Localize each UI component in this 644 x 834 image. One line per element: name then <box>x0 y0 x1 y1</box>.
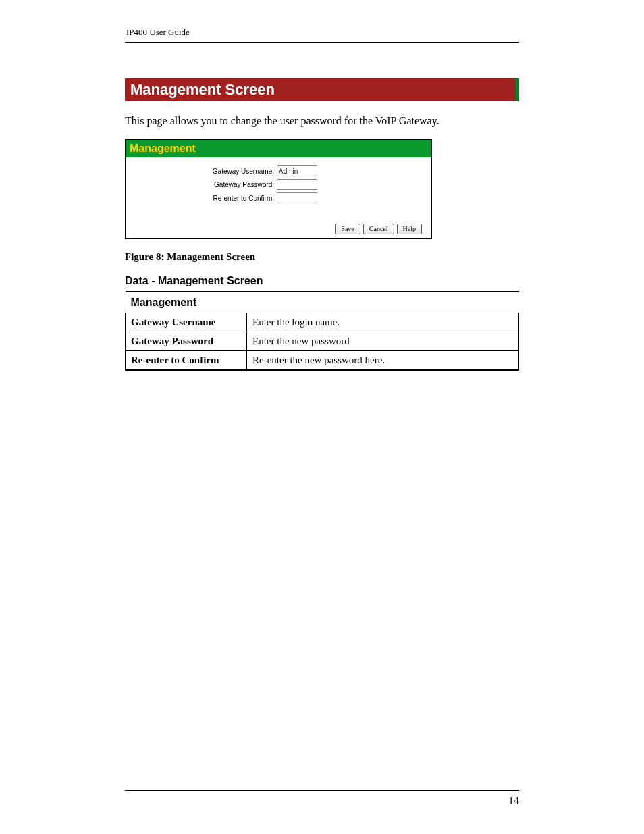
screenshot-title: Management <box>126 140 431 157</box>
confirm-label: Re-enter to Confirm: <box>212 194 277 202</box>
username-input[interactable] <box>277 165 317 176</box>
section-title: Management Screen <box>125 78 519 101</box>
page-footer: 14 <box>125 790 519 807</box>
figure-caption: Figure 8: Management Screen <box>125 251 519 263</box>
save-button[interactable]: Save <box>335 224 360 234</box>
section-intro: This page allows you to change the user … <box>125 115 519 127</box>
table-key: Gateway Username <box>126 313 247 332</box>
management-screenshot: Management Gateway Username: Gateway Pas… <box>125 139 432 239</box>
table-row: Re-enter to Confirm Re-enter the new pas… <box>126 351 519 371</box>
data-heading: Data - Management Screen <box>125 275 519 287</box>
table-key: Re-enter to Confirm <box>126 351 247 371</box>
password-input[interactable] <box>277 179 317 190</box>
password-label: Gateway Password: <box>212 181 277 188</box>
data-table: Management Gateway Username Enter the lo… <box>125 291 519 371</box>
table-val: Re-enter the new password here. <box>247 351 519 371</box>
table-row: Gateway Password Enter the new password <box>126 332 519 351</box>
table-row: Gateway Username Enter the login name. <box>126 313 519 332</box>
help-button[interactable]: Help <box>397 224 422 234</box>
table-group-header: Management <box>126 292 519 313</box>
doc-header: IP400 User Guide <box>125 27 519 43</box>
confirm-input[interactable] <box>277 192 317 203</box>
page-number: 14 <box>508 795 519 806</box>
table-val: Enter the login name. <box>247 313 519 332</box>
cancel-button[interactable]: Cancel <box>363 224 394 234</box>
username-label: Gateway Username: <box>212 167 277 175</box>
table-val: Enter the new password <box>247 332 519 351</box>
table-key: Gateway Password <box>126 332 247 351</box>
